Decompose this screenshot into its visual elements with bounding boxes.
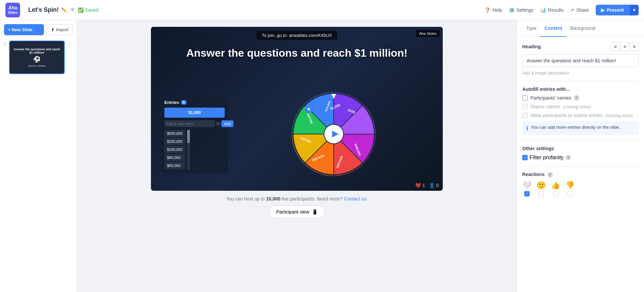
entries-header: Entries 8	[164, 100, 225, 105]
right-panel: Type Content Background Heading ≡ ≡ ≡ Ad…	[517, 20, 644, 292]
heart-reaction-checkbox[interactable]: ✓	[524, 191, 530, 196]
present-button[interactable]: ▶ Present	[596, 5, 629, 15]
entry-list-container: $500,000 $250,000 $100,000 $80,000 $50,0…	[164, 130, 225, 170]
align-right-button[interactable]: ≡	[630, 42, 639, 51]
present-dropdown-button[interactable]: ▾	[629, 5, 639, 15]
import-button[interactable]: ⬆ Import	[47, 24, 73, 35]
tab-content[interactable]: Content	[540, 20, 566, 37]
slide-heading-text: Answer the questions and reach $1 millio…	[151, 47, 443, 59]
participant-view-button[interactable]: Participant view 📱	[269, 206, 324, 218]
eye-icon[interactable]: 👁	[70, 7, 75, 13]
settings-button[interactable]: ⚙️ Settings	[509, 7, 534, 13]
play-triangle-icon: ▶	[601, 7, 605, 13]
align-center-button[interactable]: ≡	[621, 42, 629, 51]
teams-names-row: Teams' names (coming soon)	[522, 104, 639, 109]
other-settings-label: Other settings	[522, 146, 639, 151]
entry-item: $100,000	[164, 146, 185, 153]
sidebar: + New Slide ⬆ Import 1 Answer the questi…	[0, 20, 77, 292]
slide-content-area: Entries 8 $1,000 25 Add $500,000 $250,00…	[161, 92, 433, 177]
reaction-thumbup-col: 👍	[551, 181, 560, 196]
edit-icon[interactable]: ✏️	[61, 7, 67, 13]
reaction-heart-col: 🤍 ✓	[522, 181, 531, 196]
reactions-section: Reactions ? 🤍 ✓ 🙂 👍	[522, 172, 639, 196]
svg-text:★: ★	[307, 106, 311, 112]
mobile-icon: 📱	[312, 209, 318, 215]
thumbdown-reaction-checkbox[interactable]	[568, 191, 573, 196]
thumbup-emoji: 👍	[551, 181, 560, 190]
heading-label: Heading	[522, 44, 541, 49]
logo-top-text: Aha	[8, 5, 17, 10]
slide-item[interactable]: 1 Answer the questions and reach $1 mill…	[4, 41, 73, 74]
info-icon: ℹ	[526, 125, 528, 131]
autofill-section: Autofill entries with... Participants' n…	[522, 86, 639, 135]
help-button[interactable]: ❓ Help	[485, 7, 502, 13]
slide-thumbnail[interactable]: Answer the questions and reach $1 millio…	[9, 41, 65, 74]
entry-item: $500,000	[164, 130, 185, 137]
entry-item: $250,000	[164, 138, 185, 145]
import-icon: ⬆	[51, 27, 55, 32]
filter-profanity-help-icon[interactable]: ?	[566, 155, 571, 160]
logo-box: Aha Slides	[5, 3, 20, 17]
other-settings-section: Other settings ✓ Filter profanity ?	[522, 146, 639, 161]
participants-help-icon[interactable]: ?	[574, 95, 579, 101]
nav-right: ❓ Help ⚙️ Settings 📊 Results ↗ Share ▶ P…	[485, 5, 639, 15]
entry-item: $50,000	[164, 162, 185, 169]
main-layout: + New Slide ⬆ Import 1 Answer the questi…	[0, 20, 644, 292]
slide-thumb-subtitle: Spinner Wheel	[28, 64, 46, 67]
thumbup-reaction-checkbox[interactable]	[553, 191, 558, 196]
results-icon: 📊	[540, 7, 546, 13]
title-area: Let's Spin! ✏️ 👁 ✅ Saved	[28, 6, 485, 13]
reaction-thumbdown-col: 👎	[566, 181, 575, 196]
allow-submit-checkbox[interactable]	[522, 113, 528, 118]
sidebar-actions: + New Slide ⬆ Import	[4, 24, 73, 35]
panel-body: Heading ≡ ≡ ≡ Add a longer description A…	[517, 37, 644, 202]
entry-item: $80,000	[164, 154, 185, 161]
spinner-wheel-svg: $100 $500,000 $250,000 $100,000 $80,000 …	[292, 92, 376, 176]
filter-profanity-checkbox[interactable]: ✓	[522, 155, 528, 160]
add-description-link[interactable]: Add a longer description	[522, 70, 639, 75]
people-icon: 👤	[429, 183, 435, 188]
tab-background[interactable]: Background	[566, 20, 599, 37]
entries-count-badge: 8	[181, 100, 186, 105]
slide-thumb-title: Answer the questions and reach $1 millio…	[12, 48, 61, 54]
scroll-thumb	[187, 130, 190, 143]
new-slide-button[interactable]: + New Slide	[4, 24, 44, 35]
smile-reaction-checkbox[interactable]	[539, 191, 544, 196]
results-button[interactable]: 📊 Results	[540, 7, 564, 13]
slide-preview: To join, go to: ahaslides.com/K45UX Aha …	[151, 27, 443, 191]
filter-profanity-label: Filter profanity	[530, 155, 564, 161]
people-reaction-count: 👤 0	[429, 183, 439, 188]
divider-2	[522, 140, 639, 140]
entries-input-row: 25 Add	[164, 120, 225, 127]
divider	[522, 81, 639, 81]
participants-names-checkbox[interactable]	[522, 95, 528, 101]
logo-bot-text: Slides	[8, 11, 17, 14]
slide-options-icon[interactable]: ⋮	[67, 41, 73, 48]
share-button[interactable]: ↗ Share	[570, 7, 589, 13]
entries-input[interactable]	[164, 120, 215, 127]
logo[interactable]: Aha Slides	[5, 3, 20, 17]
reaction-smile-col: 🙂	[537, 181, 546, 196]
reactions-help-icon[interactable]: ?	[547, 172, 553, 178]
entries-panel: Entries 8 $1,000 25 Add $500,000 $250,00…	[161, 97, 228, 173]
present-btn-group: ▶ Present ▾	[596, 5, 639, 15]
check-icon: ✅	[78, 7, 84, 13]
reactions-bar: ❤️ 1 👤 0	[415, 183, 439, 188]
thumbdown-emoji: 👎	[566, 181, 575, 190]
info-bar: You can host up to 10,000 live participa…	[226, 196, 368, 201]
allow-submit-row: Allow participants to submit entries (co…	[522, 113, 639, 118]
autofill-label: Autofill entries with...	[522, 86, 639, 92]
heading-input[interactable]	[522, 54, 639, 67]
share-icon: ↗	[570, 7, 574, 13]
selected-entry: $1,000	[164, 108, 225, 118]
scroll-bar[interactable]	[187, 130, 190, 170]
spinner-wheel-wrapper[interactable]: $100 $500,000 $250,000 $100,000 $80,000 …	[292, 92, 376, 177]
align-left-button[interactable]: ≡	[611, 42, 620, 51]
entries-add-button[interactable]: Add	[221, 120, 233, 127]
divider-3	[522, 166, 639, 166]
contact-link[interactable]: Contact us.	[344, 196, 368, 201]
heart-emoji: 🤍	[522, 181, 531, 190]
presentation-title: Let's Spin!	[28, 6, 59, 13]
teams-names-checkbox[interactable]	[522, 104, 528, 109]
tab-type[interactable]: Type	[522, 20, 540, 37]
